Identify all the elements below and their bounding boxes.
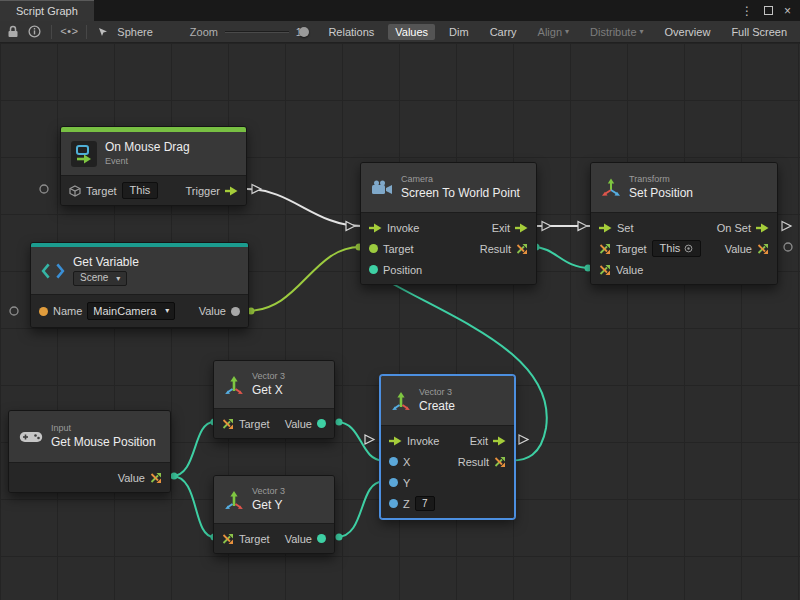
- node-header[interactable]: Transform Set Position: [591, 163, 777, 213]
- port-name[interactable]: Name MainCamera ▾: [39, 302, 175, 320]
- node-body: Target This Trigger: [61, 176, 246, 205]
- port-trigger[interactable]: Trigger: [186, 185, 238, 197]
- node-header[interactable]: Vector 3 Get X: [214, 361, 334, 409]
- float-port-dot: [317, 419, 326, 428]
- flow-arrow-icon: [389, 436, 402, 446]
- tab-script-graph[interactable]: Script Graph: [0, 0, 94, 21]
- code-view-icon[interactable]: <•>: [62, 26, 76, 38]
- node-header[interactable]: On Mouse Drag Event: [61, 132, 246, 176]
- port-value[interactable]: Value: [199, 305, 240, 317]
- graph-owner-label[interactable]: Sphere: [117, 26, 152, 38]
- node-get-variable[interactable]: Get Variable Scene ▾ Name MainCamera ▾: [30, 242, 249, 328]
- port-value[interactable]: Value: [285, 533, 326, 545]
- port-target[interactable]: Target This: [69, 182, 158, 199]
- node-title: Set Position: [629, 186, 693, 201]
- camera-icon: [371, 180, 393, 195]
- port-result[interactable]: Result: [458, 456, 506, 468]
- zoom-slider[interactable]: [225, 26, 289, 38]
- lock-icon[interactable]: [6, 25, 20, 38]
- node-title: Create: [419, 399, 455, 414]
- port-label: Target: [86, 185, 117, 197]
- node-title: On Mouse Drag: [105, 140, 190, 155]
- node-header[interactable]: Vector 3 Get Y: [214, 476, 334, 524]
- dim-button[interactable]: Dim: [442, 24, 476, 40]
- port-x[interactable]: X: [389, 456, 410, 468]
- close-icon[interactable]: ×: [784, 5, 791, 17]
- node-header[interactable]: Camera Screen To World Point: [361, 163, 536, 213]
- info-icon[interactable]: [27, 25, 41, 38]
- variable-name-dropdown[interactable]: MainCamera ▾: [87, 302, 175, 320]
- button-label: Distribute: [590, 26, 636, 38]
- node-get-x[interactable]: Vector 3 Get X Target Value: [213, 360, 335, 439]
- port-label: Target: [383, 243, 414, 255]
- caret-down-icon: ▾: [116, 275, 120, 283]
- port-value[interactable]: Value: [285, 418, 326, 430]
- vector3-port-icon: [599, 264, 611, 276]
- node-set-position[interactable]: Transform Set Position Set On Set: [590, 162, 778, 285]
- port-invoke[interactable]: Invoke: [389, 435, 439, 447]
- node-body: Set On Set Target This: [591, 213, 777, 284]
- port-value[interactable]: Value: [118, 472, 162, 484]
- tab-title: Script Graph: [16, 5, 78, 17]
- node-title: Screen To World Point: [401, 186, 520, 201]
- node-category: Vector 3: [419, 387, 455, 398]
- port-target[interactable]: Target: [222, 533, 270, 545]
- fullscreen-button[interactable]: Full Screen: [724, 24, 794, 40]
- tab-bar: Script Graph ⋮ ×: [0, 0, 800, 21]
- node-get-y[interactable]: Vector 3 Get Y Target Value: [213, 475, 335, 554]
- vector3-port-icon: [599, 243, 611, 255]
- kebab-menu-icon[interactable]: ⋮: [741, 5, 753, 17]
- value-port-dot: [231, 307, 240, 316]
- flow-arrow-icon: [599, 223, 612, 233]
- port-label: Exit: [470, 435, 488, 447]
- distribute-button[interactable]: Distribute▾: [583, 24, 650, 40]
- variable-scope-dropdown[interactable]: Scene ▾: [73, 271, 127, 286]
- port-exit[interactable]: Exit: [492, 222, 528, 234]
- port-label: Y: [403, 477, 410, 489]
- port-camera-target[interactable]: Target: [369, 243, 414, 255]
- port-target[interactable]: Target: [222, 418, 270, 430]
- node-header[interactable]: Input Get Mouse Position: [9, 411, 170, 463]
- button-label: Carry: [490, 26, 517, 38]
- maximize-icon[interactable]: [764, 6, 773, 15]
- overview-button[interactable]: Overview: [658, 24, 718, 40]
- caret-down-icon: ▾: [165, 307, 169, 315]
- node-category: Vector 3: [252, 371, 285, 382]
- port-z[interactable]: Z: [389, 496, 435, 511]
- align-button[interactable]: Align▾: [531, 24, 576, 40]
- node-category: Camera: [401, 174, 520, 185]
- float-port-dot: [389, 457, 398, 466]
- port-value-in[interactable]: Value: [599, 264, 643, 276]
- graph-toolbar: <•> Sphere Zoom 1x Relations Values Dim …: [0, 21, 800, 43]
- target-self-pill[interactable]: This: [122, 182, 159, 199]
- port-exit[interactable]: Exit: [470, 435, 506, 447]
- port-y[interactable]: Y: [389, 477, 410, 489]
- port-transform-target[interactable]: Target This: [599, 240, 701, 257]
- node-title: Get Y: [252, 498, 285, 513]
- target-self-pill[interactable]: This: [652, 240, 702, 257]
- node-header[interactable]: Vector 3 Create: [381, 376, 514, 426]
- node-on-mouse-drag[interactable]: On Mouse Drag Event Target This Trigger: [60, 126, 247, 206]
- port-label: Position: [383, 264, 422, 276]
- z-value-input[interactable]: [415, 496, 435, 511]
- node-create-vector3[interactable]: Vector 3 Create Invoke Exit X: [380, 375, 515, 519]
- values-button[interactable]: Values: [388, 24, 435, 40]
- port-invoke[interactable]: Invoke: [369, 222, 419, 234]
- vector3-port-icon: [222, 418, 234, 430]
- float-port-dot: [389, 499, 398, 508]
- zoom-slider-handle[interactable]: [299, 27, 309, 37]
- carry-button[interactable]: Carry: [483, 24, 524, 40]
- node-header[interactable]: Get Variable Scene ▾: [31, 247, 248, 295]
- relations-button[interactable]: Relations: [321, 24, 381, 40]
- vector3-port-icon: [757, 243, 769, 255]
- flow-arrow-icon: [756, 223, 769, 233]
- port-value-out[interactable]: Value: [725, 243, 769, 255]
- node-title: Get X: [252, 383, 285, 398]
- scope-label: Scene: [80, 272, 108, 285]
- port-result[interactable]: Result: [480, 243, 528, 255]
- node-get-mouse-position[interactable]: Input Get Mouse Position Value: [8, 410, 171, 493]
- port-position[interactable]: Position: [369, 264, 422, 276]
- port-set[interactable]: Set: [599, 222, 634, 234]
- port-on-set[interactable]: On Set: [717, 222, 769, 234]
- node-screen-to-world-point[interactable]: Camera Screen To World Point Invoke Exit…: [360, 162, 537, 285]
